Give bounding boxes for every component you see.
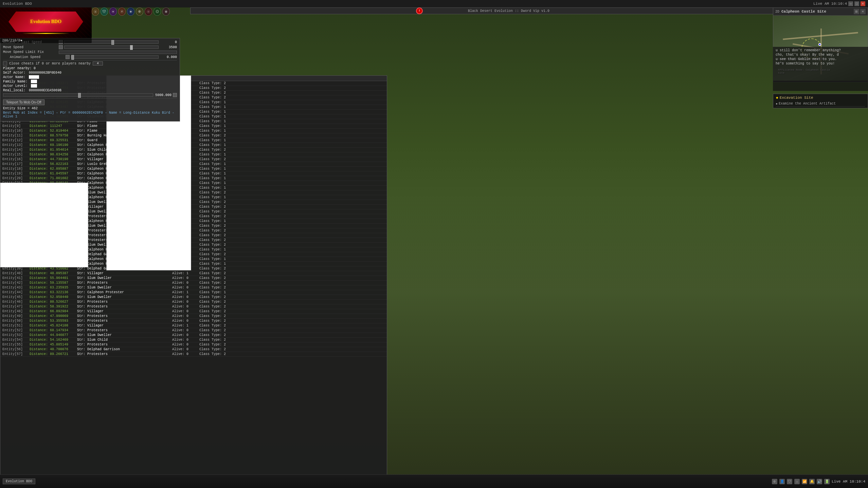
entity-class-42: Class Type: 2 (199, 281, 233, 285)
entity-row-41[interactable]: Entity[41]Distance: 55.964401Str: Slum D… (0, 276, 387, 281)
entity-row-40[interactable]: Entity[40]Distance: 48.095387Str: Villag… (0, 271, 387, 276)
entity-distance-55: Distance: 45.885149 (30, 343, 77, 346)
map-header: 2D Calpheon Castle Site ⊞ ✕ (773, 8, 868, 16)
entity-row-47[interactable]: Entity[47]Distance: 58.391922Str: Protes… (0, 304, 387, 309)
taskbar-app[interactable]: Evolution BDO (3, 478, 35, 484)
entity-row-55[interactable]: Entity[55]Distance: 45.885149Str: Protes… (0, 342, 387, 347)
entity-row-45[interactable]: Entity[45]Distance: 52.958440Str: Slum D… (0, 295, 387, 300)
close-button[interactable]: ✕ (861, 1, 865, 6)
entity-row-11[interactable]: Entity[11]Distance: 88.579758Str: Burnin… (0, 133, 387, 138)
taskbar-icon-shield[interactable]: 🛡 (787, 479, 792, 484)
value-slider[interactable] (3, 93, 153, 97)
entity-row-10[interactable]: Entity[10]Distance: 52.819464Str: FlameA… (0, 129, 387, 133)
entity-row-43[interactable]: Entity[43]Distance: 63.235935Str: Slum D… (0, 285, 387, 290)
entity-alive-53: Alive: 0 (172, 333, 199, 337)
taskbar-icon-speaker[interactable]: 🔊 (817, 479, 822, 484)
taskbar-icon-bell[interactable]: 🔔 (809, 479, 815, 484)
entity-row-42[interactable]: Entity[42]Distance: 59.135587Str: Protes… (0, 281, 387, 285)
hud-icon-1[interactable]: ⚔ (92, 7, 99, 16)
anim-decrease[interactable] (66, 55, 70, 59)
move-speed-slider-container: 3500 (59, 45, 177, 49)
actor-name-label: Actor Name: (3, 75, 25, 79)
maximize-button[interactable]: □ (854, 1, 859, 6)
entity-str-44: Str: Calpheon Protester (77, 290, 172, 294)
entity-row-12[interactable]: Entity[12]Distance: 69.325531Str: GuardA… (0, 138, 387, 143)
entity-class-26: Class Type: 2 (199, 205, 233, 209)
entity-row-15[interactable]: Entity[15]Distance: 90.634258Str: Calphe… (0, 152, 387, 157)
anim-slider-container: 0.000 (66, 55, 177, 59)
anim-slider[interactable] (71, 55, 159, 59)
entity-row-48[interactable]: Entity[48]Distance: 66.892984Str: Villag… (0, 309, 387, 314)
entity-class-47: Class Type: 2 (199, 305, 233, 308)
entity-class-2: Class Type: 2 (199, 91, 233, 95)
entity-row-53[interactable]: Entity[53]Distance: 44.946077Str: Slum D… (0, 333, 387, 338)
entity-alive-45: Alive: 0 (172, 295, 199, 299)
entity-row-9[interactable]: Entity[9]Distance: 111247Str: FlameAlive… (0, 124, 387, 129)
entity-str-43: Str: Slum Dweller (77, 286, 172, 289)
entity-str-45: Str: Slum Dweller (77, 295, 172, 299)
move-speed-slider[interactable] (64, 45, 159, 49)
hud-stats-bar: 200/210/0● (0, 38, 92, 43)
hud-icon-4[interactable]: ⚡ (118, 7, 126, 16)
map-btn-1[interactable]: ⊞ (854, 9, 859, 14)
entity-row-50[interactable]: Entity[50]Distance: 53.355593Str: Protes… (0, 319, 387, 323)
entity-row-20[interactable]: Entity[20]Distance: 71.001602Str: Calphe… (0, 176, 387, 181)
taskbar-icon-network[interactable]: 📶 (802, 479, 807, 484)
entity-id-55: Entity[55] (2, 343, 30, 346)
move-speed-limit-slider[interactable] (59, 51, 177, 54)
entity-distance-52: Distance: 68.147934 (30, 329, 77, 332)
entity-distance-10: Distance: 52.819464 (30, 129, 77, 133)
slider-end-btn[interactable] (173, 93, 177, 97)
entity-row-49[interactable]: Entity[49]Distance: 47.990069Str: Protes… (0, 314, 387, 319)
entity-row-13[interactable]: Entity[13]Distance: 69.196190Str: Calphe… (0, 143, 387, 148)
taskbar-icon-sword[interactable]: ⚔ (794, 479, 800, 484)
entity-list-scroll[interactable]: Entity[0]Distance: 72.103371Str: Protest… (0, 81, 387, 479)
entity-distance-54: Distance: 54.162469 (30, 338, 77, 342)
entity-row-44[interactable]: Entity[44]Distance: 63.322136Str: Calphe… (0, 290, 387, 295)
entity-row-14[interactable]: Entity[14]Distance: 81.954614Str: Slum C… (0, 148, 387, 152)
entity-str-49: Str: Protesters (77, 314, 172, 318)
entity-str-55: Str: Protesters (77, 343, 172, 346)
nearby-value: 4 (97, 62, 98, 65)
entity-row-57[interactable]: Entity[57]Distance: 89.266721Str: Protes… (0, 352, 387, 357)
entity-class-41: Class Type: 2 (199, 276, 233, 280)
nearby-input[interactable]: 4 (93, 61, 103, 65)
move-speed-decrease[interactable] (59, 45, 63, 49)
entity-row-52[interactable]: Entity[52]Distance: 68.147934Str: Protes… (0, 328, 387, 333)
entity-row-16[interactable]: Entity[16]Distance: 44.730190Str: Villag… (0, 157, 387, 162)
entity-alive-56: Alive: 0 (172, 348, 199, 351)
entity-str-53: Str: Slum Dweller (77, 333, 172, 337)
entity-class-30: Class Type: 2 (199, 224, 233, 228)
excav-item-1[interactable]: Examine the Ancient Artifact (776, 101, 865, 107)
taskbar-icon-settings[interactable]: ⚙ (772, 479, 777, 484)
hud-icon-7[interactable]: ☆ (145, 7, 152, 16)
entity-class-9: Class Type: 1 (199, 124, 233, 128)
entity-row-46[interactable]: Entity[46]Distance: 80.526627Str: Protes… (0, 300, 387, 304)
hud-icon-6[interactable]: ⚙ (136, 7, 143, 16)
entity-row-19[interactable]: Entity[19]Distance: 61.845597Str: Calphe… (0, 171, 387, 176)
close-cheats-label: Close cheats if 0 or more players nearby (9, 62, 91, 65)
taskbar-icon-battery[interactable]: 🔋 (824, 479, 830, 484)
close-cheats-checkbox[interactable] (3, 61, 7, 65)
hud-icon-9[interactable]: ✿ (162, 7, 170, 16)
minimize-button[interactable]: ─ (848, 1, 853, 6)
entity-row-51[interactable]: Entity[51]Distance: 45.824108Str: Villag… (0, 323, 387, 328)
hud-icon-2[interactable]: 🛡 (101, 7, 108, 16)
entity-id-17: Entity[17] (2, 162, 30, 166)
entity-class-57: Class Type: 2 (199, 352, 233, 356)
teleport-button[interactable]: Teleport To Mob On-Off (3, 99, 44, 105)
hud-icon-8[interactable]: ⬡ (153, 7, 161, 16)
entity-row-17[interactable]: Entity[17]Distance: 56.022163Str: Luolo … (0, 162, 387, 167)
entity-class-16: Class Type: 2 (199, 157, 233, 161)
entity-row-56[interactable]: Entity[56]Distance: 40.700076Str: Delpha… (0, 347, 387, 352)
entity-distance-53: Distance: 44.946077 (30, 333, 77, 337)
hud-icon-3[interactable]: ✦ (109, 7, 117, 16)
entity-str-56: Str: Delphad Garrison (77, 348, 172, 351)
entity-row-54[interactable]: Entity[54]Distance: 54.162469Str: Slum C… (0, 338, 387, 342)
entity-str-47: Str: Protesters (77, 305, 172, 308)
hud-icon-5[interactable]: ◈ (127, 7, 134, 16)
map-btn-2[interactable]: ✕ (860, 9, 866, 14)
entity-distance-47: Distance: 58.391922 (30, 305, 77, 308)
taskbar-icon-user[interactable]: 👤 (779, 479, 785, 484)
entity-row-18[interactable]: Entity[18]Distance: 62.895887Str: Calphe… (0, 167, 387, 171)
